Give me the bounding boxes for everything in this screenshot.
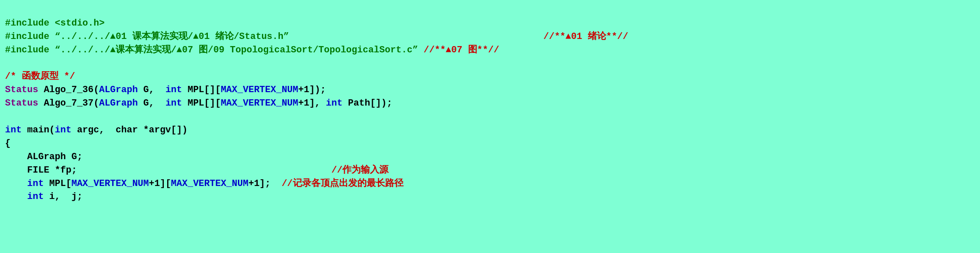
code-line-11: ALGraph G; (5, 150, 975, 164)
code-line-6: Status Algo_7_36(ALGraph G, int MPL[][MA… (5, 83, 975, 97)
code-line-5: /* 函数原型 */ (5, 70, 975, 83)
code-line-9: int main(int argc, char *argv[]) (5, 124, 975, 137)
code-editor: #include <stdio.h>#include “../../../▲01… (5, 3, 975, 204)
code-line-12: FILE *fp; //作为输入源 (5, 164, 975, 177)
code-line-10: { (5, 137, 975, 150)
code-line-3: #include “../../../▲课本算法实现/▲07 图/09 Topo… (5, 44, 975, 57)
code-line-14: int i, j; (5, 190, 975, 204)
code-line-1: #include <stdio.h> (5, 17, 975, 30)
code-line-8 (5, 110, 975, 124)
code-line-2: #include “../../../▲01 课本算法实现/▲01 绪论/Sta… (5, 30, 975, 44)
code-line-13: int MPL[MAX_VERTEX_NUM+1][MAX_VERTEX_NUM… (5, 177, 975, 191)
code-line-7: Status Algo_7_37(ALGraph G, int MPL[][MA… (5, 97, 975, 110)
code-line-4 (5, 57, 975, 70)
